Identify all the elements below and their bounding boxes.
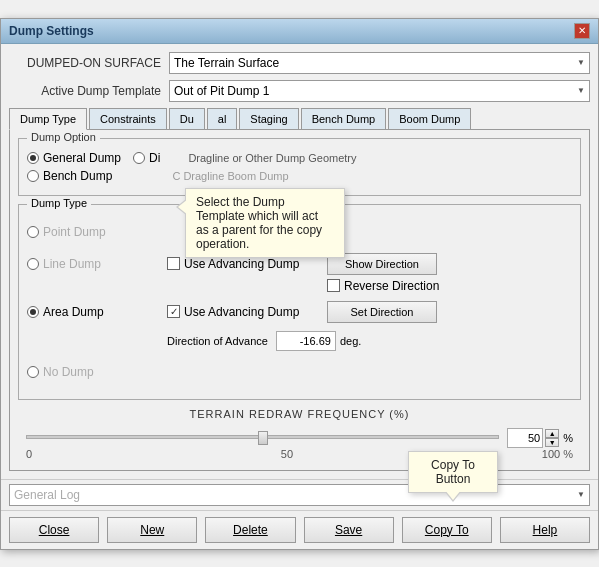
area-dump-checkbox-col: ✓ Use Advancing Dump xyxy=(167,305,327,319)
use-advancing-line-label: Use Advancing Dump xyxy=(184,257,299,271)
radio-di-input[interactable] xyxy=(133,152,145,164)
tab-constraints[interactable]: Constraints xyxy=(89,108,167,129)
delete-button[interactable]: Delete xyxy=(205,517,295,543)
slider-thumb[interactable] xyxy=(258,431,268,445)
tooltip-box: Select the Dump Template which will act … xyxy=(185,188,345,258)
direction-of-advance-input[interactable] xyxy=(276,331,336,351)
line-dump-btn-col: Show Direction xyxy=(327,253,572,275)
log-dropdown-arrow-icon: ▼ xyxy=(577,490,585,499)
radio-bench-dump[interactable]: Bench Dump xyxy=(27,169,112,183)
log-dropdown[interactable]: General Log ▼ xyxy=(9,484,590,506)
help-button[interactable]: Help xyxy=(500,517,590,543)
reverse-direction-field: Reverse Direction xyxy=(327,279,439,293)
dragline-boom-label: C Dragline Boom Dump xyxy=(172,170,288,182)
dump-settings-window: Dump Settings ✕ DUMPED-ON SURFACE The Te… xyxy=(0,18,599,550)
tab-du[interactable]: Du xyxy=(169,108,205,129)
content-area: DUMPED-ON SURFACE The Terrain Surface ▼ … xyxy=(1,44,598,479)
radio-no-dump[interactable]: No Dump xyxy=(27,365,167,379)
direction-of-advance-label: Direction of Advance xyxy=(167,335,268,347)
direction-unit-label: deg. xyxy=(340,335,361,347)
dump-option-row1: General Dump Di Dragline or Other Dump G… xyxy=(27,151,572,165)
radio-area-dump-input[interactable] xyxy=(27,306,39,318)
use-advancing-area-checkbox[interactable]: ✓ xyxy=(167,305,180,318)
tab-content: Select the Dump Template which will act … xyxy=(9,130,590,471)
area-dump-row: Area Dump ✓ Use Advancing Dump Set Direc… xyxy=(27,299,572,325)
dump-option-inner: General Dump Di Dragline or Other Dump G… xyxy=(27,151,572,183)
direction-of-advance-row: Direction of Advance deg. xyxy=(167,331,572,351)
slider-mid-label: 50 xyxy=(281,448,293,460)
dropdown-arrow2-icon: ▼ xyxy=(577,86,585,95)
tab-bench-dump[interactable]: Bench Dump xyxy=(301,108,387,129)
copy-pointer-down-inner-icon xyxy=(445,490,461,500)
point-dump-label-col: Point Dump xyxy=(27,225,167,239)
radio-general-dump[interactable]: General Dump xyxy=(27,151,121,165)
dumped-on-surface-dropdown[interactable]: The Terrain Surface ▼ xyxy=(169,52,590,74)
bottom-dropdown-row: General Log ▼ xyxy=(1,479,598,510)
reverse-direction-checkbox[interactable] xyxy=(327,279,340,292)
slider-value-input[interactable] xyxy=(507,428,543,448)
dragline-label: Dragline or Other Dump Geometry xyxy=(188,152,356,164)
dropdown-arrow-icon: ▼ xyxy=(577,58,585,67)
radio-di[interactable]: Di xyxy=(133,151,160,165)
radio-area-dump-label: Area Dump xyxy=(43,305,104,319)
no-dump-label-col: No Dump xyxy=(27,365,167,379)
slider-track[interactable] xyxy=(26,435,499,439)
terrain-label: TERRAIN REDRAW FREQUENCY (%) xyxy=(18,408,581,420)
dump-option-row2: Bench Dump C Dragline Boom Dump xyxy=(27,169,572,183)
copy-to-tooltip-text: Copy ToButton xyxy=(431,458,475,486)
slider-max-label: 100 % xyxy=(542,448,573,460)
dumped-on-surface-label: DUMPED-ON SURFACE xyxy=(9,56,169,70)
radio-no-dump-input[interactable] xyxy=(27,366,39,378)
save-button[interactable]: Save xyxy=(304,517,394,543)
radio-bench-dump-label: Bench Dump xyxy=(43,169,112,183)
tab-dump-type[interactable]: Dump Type xyxy=(9,108,87,130)
tab-boom-dump[interactable]: Boom Dump xyxy=(388,108,471,129)
radio-area-dump[interactable]: Area Dump xyxy=(27,305,167,319)
tooltip-text: Select the Dump Template which will act … xyxy=(196,195,322,251)
radio-no-dump-label: No Dump xyxy=(43,365,94,379)
button-bar: Close New Delete Save Copy To Help xyxy=(1,510,598,549)
radio-di-label: Di xyxy=(149,151,160,165)
radio-point-dump-label: Point Dump xyxy=(43,225,106,239)
radio-point-dump[interactable]: Point Dump xyxy=(27,225,167,239)
radio-bench-dump-input[interactable] xyxy=(27,170,39,182)
dumped-on-surface-row: DUMPED-ON SURFACE The Terrain Surface ▼ xyxy=(9,52,590,74)
no-dump-row: No Dump xyxy=(27,359,572,385)
dump-type-title: Dump Type xyxy=(27,197,91,209)
tab-staging[interactable]: Staging xyxy=(239,108,298,129)
new-button[interactable]: New xyxy=(107,517,197,543)
line-dump-label-col: Line Dump xyxy=(27,257,167,271)
radio-line-dump[interactable]: Line Dump xyxy=(27,257,167,271)
copy-to-button[interactable]: Copy To xyxy=(402,517,492,543)
spinner-up-btn[interactable]: ▲ xyxy=(545,429,559,438)
close-button[interactable]: Close xyxy=(9,517,99,543)
slider-value-box: ▲ ▼ % xyxy=(507,428,573,448)
active-dump-template-label: Active Dump Template xyxy=(9,84,169,98)
log-placeholder: General Log xyxy=(14,488,80,502)
title-bar: Dump Settings ✕ xyxy=(1,19,598,44)
use-advancing-line-checkbox[interactable] xyxy=(167,257,180,270)
copy-to-tooltip: Copy ToButton xyxy=(408,451,498,493)
bottom-area: General Log ▼ Copy ToButton Close New De… xyxy=(1,479,598,549)
reverse-direction-label: Reverse Direction xyxy=(344,279,439,293)
set-direction-button[interactable]: Set Direction xyxy=(327,301,437,323)
slider-spinner-btns: ▲ ▼ xyxy=(545,429,559,447)
area-dump-label-col: Area Dump xyxy=(27,305,167,319)
radio-line-dump-label: Line Dump xyxy=(43,257,101,271)
tabs-bar: Dump Type Constraints Du al Staging Benc… xyxy=(9,108,590,130)
spinner-down-btn[interactable]: ▼ xyxy=(545,438,559,447)
tab-al[interactable]: al xyxy=(207,108,238,129)
close-icon[interactable]: ✕ xyxy=(574,23,590,39)
use-advancing-line-field: Use Advancing Dump xyxy=(167,257,299,271)
active-dump-template-dropdown[interactable]: Out of Pit Dump 1 ▼ xyxy=(169,80,590,102)
line-dump-checkbox-col: Use Advancing Dump xyxy=(167,257,327,271)
radio-general-dump-input[interactable] xyxy=(27,152,39,164)
active-dump-template-row: Active Dump Template Out of Pit Dump 1 ▼ xyxy=(9,80,590,102)
tooltip-pointer-inner-icon xyxy=(178,199,188,215)
radio-line-dump-input[interactable] xyxy=(27,258,39,270)
area-dump-btn-col: Set Direction xyxy=(327,301,572,323)
use-advancing-area-field: ✓ Use Advancing Dump xyxy=(167,305,299,319)
window-title: Dump Settings xyxy=(9,24,94,38)
use-advancing-area-label: Use Advancing Dump xyxy=(184,305,299,319)
radio-point-dump-input[interactable] xyxy=(27,226,39,238)
